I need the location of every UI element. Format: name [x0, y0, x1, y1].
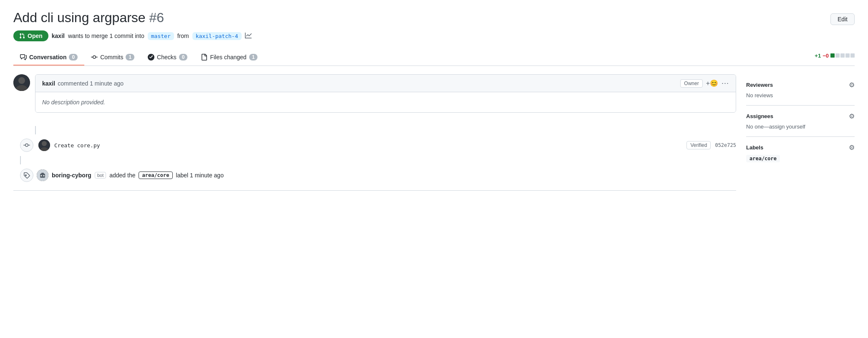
comment-meta: commented 1 minute ago: [58, 80, 124, 87]
assignees-gear-icon[interactable]: ⚙: [849, 112, 855, 120]
labels-header: Labels ⚙: [746, 144, 855, 151]
label-event-icon: [20, 169, 33, 182]
avatar-image: [13, 74, 30, 91]
pr-title: Add cli using argparse #6: [13, 10, 164, 25]
status-author: kaxil: [52, 33, 65, 39]
commit-message[interactable]: Create core.py: [54, 142, 682, 149]
more-options-button[interactable]: ···: [722, 79, 729, 88]
commit-avatar: [38, 139, 50, 151]
avatar: [13, 74, 30, 91]
reviewers-title: Reviewers: [746, 82, 773, 88]
conversation-icon: [20, 54, 27, 61]
base-branch-link[interactable]: master: [148, 32, 174, 40]
comment-wrapper: kaxil commented 1 minute ago Owner +😊 ··…: [13, 74, 736, 119]
diff-add: +1: [815, 53, 821, 59]
diff-remove: −0: [823, 53, 829, 59]
owner-badge: Owner: [680, 79, 702, 88]
diff-summary: +1 −0: [815, 53, 855, 63]
timeline-connector-2: [20, 156, 736, 164]
pr-author: kaxil: [52, 33, 65, 39]
label-event-action: added the: [109, 172, 135, 179]
diff-bar: [830, 53, 855, 58]
commit-avatar-image: [38, 139, 50, 151]
comment-body-text: No description provided.: [42, 99, 105, 106]
tab-checks-count: 0: [179, 54, 188, 61]
add-emoji-button[interactable]: +😊: [706, 79, 718, 87]
comment-content: kaxil commented 1 minute ago Owner +😊 ··…: [35, 74, 736, 119]
files-changed-icon: [201, 54, 207, 61]
bot-avatar: [37, 169, 48, 181]
content-area: kaxil commented 1 minute ago Owner +😊 ··…: [13, 74, 736, 191]
commit-icon: [20, 139, 33, 152]
status-badge-label: Open: [28, 33, 43, 39]
commit-timeline-item: Create core.py Verified 052e725: [20, 134, 736, 156]
assignees-value: No one—assign yourself: [746, 124, 855, 130]
content-bottom-border: [13, 190, 736, 191]
labels-section: Labels ⚙ area/core: [746, 137, 855, 169]
diff-seg-3: [840, 53, 845, 58]
diff-seg-5: [850, 53, 855, 58]
labels-value: area/core: [746, 155, 855, 162]
reviewers-header: Reviewers ⚙: [746, 81, 855, 89]
tab-conversation-count: 0: [69, 54, 78, 61]
tab-commits[interactable]: Commits 1: [84, 50, 141, 66]
compare-icon: [245, 32, 252, 40]
diff-seg-2: [835, 53, 840, 58]
commit-item: Create core.py Verified 052e725: [38, 139, 736, 151]
merge-text: wants to merge 1 commit into: [68, 33, 144, 39]
tab-commits-label: Commits: [100, 54, 123, 61]
diff-seg-1: [830, 53, 835, 58]
comment-block: kaxil commented 1 minute ago Owner +😊 ··…: [35, 74, 736, 113]
reviewers-value: No reviews: [746, 92, 855, 98]
label-event: boring-cyborg bot added the area/core la…: [20, 164, 736, 186]
tab-checks-label: Checks: [157, 54, 177, 61]
comment-header: kaxil commented 1 minute ago Owner +😊 ··…: [35, 75, 736, 92]
from-text: from: [177, 33, 189, 39]
tab-files-changed-label: Files changed: [210, 54, 246, 61]
comment-header-right: Owner +😊 ···: [680, 79, 729, 88]
commit-sha[interactable]: 052e725: [715, 142, 736, 148]
svg-point-10: [43, 175, 45, 177]
assignees-title: Assignees: [746, 113, 773, 119]
tag-icon: [23, 172, 30, 179]
bot-avatar-image: [37, 169, 48, 181]
comment-body: No description provided.: [35, 92, 736, 112]
checks-icon: [148, 54, 154, 61]
timeline-connector-1: [35, 126, 736, 134]
comment-header-left: kaxil commented 1 minute ago: [42, 80, 124, 87]
commit-svg-icon: [23, 142, 30, 149]
tab-files-changed[interactable]: Files changed 1: [194, 50, 264, 66]
labels-title: Labels: [746, 144, 763, 151]
comment-author[interactable]: kaxil: [42, 80, 55, 87]
label-event-suffix: label 1 minute ago: [176, 172, 224, 179]
tab-conversation[interactable]: Conversation 0: [13, 50, 84, 66]
bot-badge: bot: [95, 172, 106, 179]
label-event-actor[interactable]: boring-cyborg: [52, 172, 91, 179]
pr-status-row: Open kaxil wants to merge 1 commit into …: [13, 30, 855, 41]
tab-commits-count: 1: [126, 54, 134, 61]
reviewers-section: Reviewers ⚙ No reviews: [746, 74, 855, 106]
tab-checks[interactable]: Checks 0: [141, 50, 194, 66]
edit-button[interactable]: Edit: [830, 13, 855, 25]
tabs-bar: Conversation 0 Commits 1 Checks 0 Files …: [13, 50, 855, 66]
svg-point-4: [42, 141, 47, 146]
main-layout: kaxil commented 1 minute ago Owner +😊 ··…: [13, 74, 855, 191]
pr-title-text: Add cli using argparse: [13, 10, 146, 25]
assignees-header: Assignees ⚙: [746, 112, 855, 120]
svg-point-9: [41, 175, 42, 177]
svg-point-1: [18, 77, 25, 84]
label-chip[interactable]: area/core: [139, 172, 172, 179]
labels-gear-icon[interactable]: ⚙: [849, 144, 855, 151]
open-badge: Open: [13, 30, 48, 41]
verified-badge: Verified: [686, 141, 711, 149]
head-branch-link[interactable]: kaxil-patch-4: [192, 32, 242, 40]
diff-seg-4: [845, 53, 850, 58]
open-pr-icon: [19, 33, 25, 39]
tab-files-changed-count: 1: [249, 54, 258, 61]
tab-conversation-label: Conversation: [29, 54, 66, 61]
sidebar: Reviewers ⚙ No reviews Assignees ⚙ No on…: [746, 74, 855, 169]
commits-icon: [91, 54, 98, 61]
reviewers-gear-icon[interactable]: ⚙: [849, 81, 855, 89]
assignees-section: Assignees ⚙ No one—assign yourself: [746, 106, 855, 137]
labels-chip[interactable]: area/core: [746, 155, 780, 162]
